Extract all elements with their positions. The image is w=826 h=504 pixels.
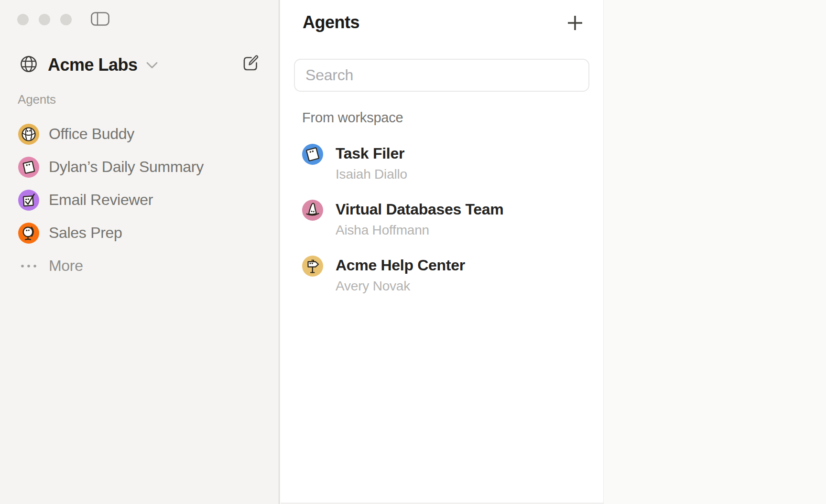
- ball-face-icon: [18, 124, 39, 145]
- workspace-name: Acme Labs: [48, 55, 138, 75]
- sidebar-item-more[interactable]: More: [18, 249, 267, 282]
- window-close-button[interactable]: [17, 14, 29, 25]
- agent-name: Virtual Databases Team: [336, 200, 504, 218]
- agent-owner: Aisha Hoffmann: [336, 222, 504, 238]
- sidebar-section-label: Agents: [18, 92, 56, 107]
- sidebar-item-email-reviewer[interactable]: Email Reviewer: [18, 183, 267, 216]
- agent-name: Task Filer: [336, 144, 407, 162]
- app-window: Acme Labs Agents: [0, 0, 826, 504]
- workspace-switcher[interactable]: Acme Labs: [20, 54, 158, 76]
- agent-row-acme-help-center[interactable]: Acme Help Center Avery Novak: [302, 256, 589, 311]
- agent-row-task-filer[interactable]: Task Filer Isaiah Diallo: [302, 144, 589, 200]
- globe-icon: [20, 55, 38, 75]
- sidebar-item-label: Email Reviewer: [49, 191, 153, 209]
- agent-name: Acme Help Center: [336, 256, 465, 274]
- sidebar-agent-list: Office Buddy Dylan’s Daily Summary: [18, 118, 267, 282]
- chevron-down-icon: [146, 62, 158, 71]
- workspace-agent-list: Task Filer Isaiah Diallo Virtual Databas…: [302, 144, 589, 311]
- agent-owner: Isaiah Diallo: [336, 166, 407, 182]
- detail-pane: [604, 0, 826, 504]
- note-face-icon: [302, 144, 323, 165]
- sidebar-item-sales-prep[interactable]: Sales Prep: [18, 216, 267, 249]
- ellipsis-icon: [18, 256, 39, 277]
- note-face-icon: [18, 157, 39, 178]
- checkmark-note-face-icon: [18, 190, 39, 211]
- plus-icon[interactable]: [567, 15, 583, 31]
- sidebar-item-dylans-daily-summary[interactable]: Dylan’s Daily Summary: [18, 150, 267, 183]
- sidebar-toggle-icon[interactable]: [91, 12, 110, 26]
- sidebar-more-label: More: [49, 257, 83, 275]
- desk-globe-face-icon: [18, 223, 39, 244]
- sidebar: Acme Labs Agents: [0, 0, 280, 504]
- signpost-face-icon: [302, 256, 323, 277]
- panel-title: Agents: [303, 12, 359, 32]
- compose-icon[interactable]: [241, 53, 259, 73]
- sidebar-item-office-buddy[interactable]: Office Buddy: [18, 118, 267, 150]
- from-workspace-label: From workspace: [302, 110, 403, 126]
- sidebar-item-label: Office Buddy: [49, 125, 134, 143]
- agents-panel: Agents From workspace: [281, 0, 604, 504]
- window-controls: [17, 14, 72, 25]
- agent-row-virtual-databases-team[interactable]: Virtual Databases Team Aisha Hoffmann: [302, 200, 589, 256]
- window-minimize-button[interactable]: [39, 14, 50, 25]
- sidebar-item-label: Dylan’s Daily Summary: [49, 158, 204, 176]
- agent-owner: Avery Novak: [336, 278, 465, 294]
- sidebar-item-label: Sales Prep: [49, 224, 122, 242]
- witch-hat-face-icon: [302, 200, 323, 221]
- search-input[interactable]: [294, 59, 589, 92]
- window-zoom-button[interactable]: [60, 14, 72, 25]
